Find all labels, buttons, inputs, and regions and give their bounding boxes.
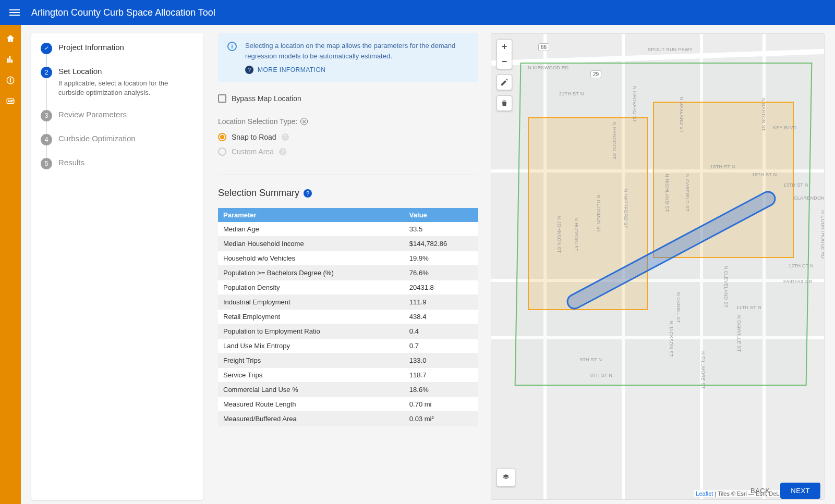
next-button[interactable]: NEXT bbox=[780, 483, 820, 499]
cell-param: Retail Employment bbox=[218, 310, 404, 324]
question-icon[interactable]: ? bbox=[304, 189, 312, 198]
cell-param: Measured Route Length bbox=[218, 397, 404, 412]
location-type-label: Location Selection Type: ✕ bbox=[218, 117, 478, 126]
chart-icon[interactable] bbox=[5, 54, 16, 65]
info-icon[interactable] bbox=[5, 75, 16, 85]
svg-rect-2 bbox=[10, 78, 11, 79]
app-title: Arlington County Curb Space Allocation T… bbox=[31, 7, 215, 18]
radio-icon bbox=[218, 147, 226, 156]
cell-param: Population >= Bachelors Degree (%) bbox=[218, 266, 404, 280]
step-review-parameters[interactable]: 3 Review Parameters bbox=[41, 110, 194, 134]
cell-param: Industrial Employment bbox=[218, 295, 404, 310]
map-panel[interactable]: N KIRKWOOD RD 21TH ST N 18TH ST N 15TH S… bbox=[491, 33, 825, 500]
step-project-information[interactable]: Project Information bbox=[41, 43, 194, 67]
cell-param: Land Use Mix Entropy bbox=[218, 339, 404, 353]
table-row: Population to Employment Ratio0.4 bbox=[218, 324, 478, 339]
step-number: 4 bbox=[41, 134, 52, 145]
cell-value: 20431.8 bbox=[404, 280, 478, 295]
bypass-map-checkbox[interactable]: Bypass Map Location bbox=[218, 94, 478, 103]
cell-param: Household w/o Vehicles bbox=[218, 251, 404, 266]
orange-zone-1 bbox=[528, 117, 648, 310]
svg-rect-1 bbox=[10, 80, 11, 82]
table-row: Service Trips118.7 bbox=[218, 368, 478, 383]
stepper-card: Project Information 2 Set Location If ap… bbox=[31, 33, 203, 500]
cell-value: $144,782.86 bbox=[404, 237, 478, 251]
back-button[interactable]: BACK bbox=[746, 484, 774, 498]
cell-value: 0.4 bbox=[404, 324, 478, 339]
svg-rect-5 bbox=[10, 101, 13, 101]
zoom-out-button[interactable]: − bbox=[497, 54, 512, 69]
cell-param: Population to Employment Ratio bbox=[218, 324, 404, 339]
table-row: Retail Employment438.4 bbox=[218, 310, 478, 324]
question-icon: ? bbox=[245, 66, 253, 74]
divider bbox=[218, 175, 478, 175]
cell-value: 0.70 mi bbox=[404, 397, 478, 412]
cell-param: Commercial Land Use % bbox=[218, 383, 404, 397]
table-row: Freight Trips133.0 bbox=[218, 353, 478, 368]
cell-value: 438.4 bbox=[404, 310, 478, 324]
cell-value: 0.03 mi² bbox=[404, 412, 478, 426]
info-box: i Selecting a location on the map allows… bbox=[218, 33, 478, 82]
table-row: Commercial Land Use %18.6% bbox=[218, 383, 478, 397]
table-row: Measured Route Length0.70 mi bbox=[218, 397, 478, 412]
clear-icon[interactable]: ✕ bbox=[300, 118, 308, 125]
side-nav bbox=[0, 25, 21, 504]
zoom-control: + − bbox=[497, 39, 512, 69]
help-icon[interactable]: ? bbox=[282, 133, 289, 141]
step-number: 3 bbox=[41, 110, 52, 121]
table-row: Household w/o Vehicles19.9% bbox=[218, 251, 478, 266]
route-badge: 66 bbox=[538, 43, 549, 51]
hamburger-icon[interactable] bbox=[8, 6, 21, 19]
svg-rect-6 bbox=[10, 102, 13, 102]
cell-value: 111.9 bbox=[404, 295, 478, 310]
table-row: Industrial Employment111.9 bbox=[218, 295, 478, 310]
cell-value: 18.6% bbox=[404, 383, 478, 397]
card-icon[interactable] bbox=[5, 96, 16, 106]
step-number: 2 bbox=[41, 67, 52, 78]
table-row: Measured/Buffered Area0.03 mi² bbox=[218, 412, 478, 426]
layers-button[interactable] bbox=[497, 468, 515, 487]
cell-value: 76.6% bbox=[404, 266, 478, 280]
help-icon: ? bbox=[279, 148, 286, 155]
summary-table: Parameter Value Median Age33.5Median Hou… bbox=[218, 208, 478, 426]
cell-param: Freight Trips bbox=[218, 353, 404, 368]
more-information-link[interactable]: ? MORE INFORMATION bbox=[245, 65, 469, 75]
col-value: Value bbox=[404, 208, 478, 222]
radio-icon bbox=[218, 133, 226, 141]
leaflet-link[interactable]: Leaflet bbox=[696, 490, 713, 497]
cell-value: 33.5 bbox=[404, 222, 478, 237]
table-row: Population >= Bachelors Degree (%)76.6% bbox=[218, 266, 478, 280]
zoom-in-button[interactable]: + bbox=[497, 40, 512, 54]
home-icon[interactable] bbox=[5, 33, 16, 44]
table-row: Median Household Income$144,782.86 bbox=[218, 237, 478, 251]
cell-param: Median Household Income bbox=[218, 237, 404, 251]
radio-snap-to-road[interactable]: Snap to Road ? bbox=[218, 133, 478, 141]
table-row: Median Age33.5 bbox=[218, 222, 478, 237]
footer-buttons: BACK NEXT bbox=[746, 483, 820, 499]
route-badge: 29 bbox=[590, 70, 601, 78]
cell-value: 19.9% bbox=[404, 251, 478, 266]
step-set-location[interactable]: 2 Set Location If applicable, select a l… bbox=[41, 67, 194, 110]
checkbox-icon bbox=[218, 94, 226, 103]
draw-button[interactable] bbox=[497, 75, 512, 90]
cell-value: 0.7 bbox=[404, 339, 478, 353]
table-row: Population Density20431.8 bbox=[218, 280, 478, 295]
selection-summary-title: Selection Summary ? bbox=[218, 188, 478, 199]
main-column: i Selecting a location on the map allows… bbox=[214, 33, 480, 500]
step-curbside-optimization[interactable]: 4 Curbside Optimization bbox=[41, 134, 194, 158]
info-circle-icon: i bbox=[227, 42, 237, 51]
step-number: 5 bbox=[41, 158, 52, 169]
cell-param: Population Density bbox=[218, 280, 404, 295]
cell-param: Measured/Buffered Area bbox=[218, 412, 404, 426]
cell-value: 118.7 bbox=[404, 368, 478, 383]
table-row: Land Use Mix Entropy0.7 bbox=[218, 339, 478, 353]
radio-custom-area: Custom Area ? bbox=[218, 147, 478, 156]
col-parameter: Parameter bbox=[218, 208, 404, 222]
check-icon bbox=[41, 43, 52, 54]
svg-point-4 bbox=[8, 101, 10, 102]
trash-button[interactable] bbox=[497, 95, 512, 111]
top-bar: Arlington County Curb Space Allocation T… bbox=[0, 0, 835, 25]
cell-value: 133.0 bbox=[404, 353, 478, 368]
cell-param: Service Trips bbox=[218, 368, 404, 383]
step-results[interactable]: 5 Results bbox=[41, 158, 194, 169]
